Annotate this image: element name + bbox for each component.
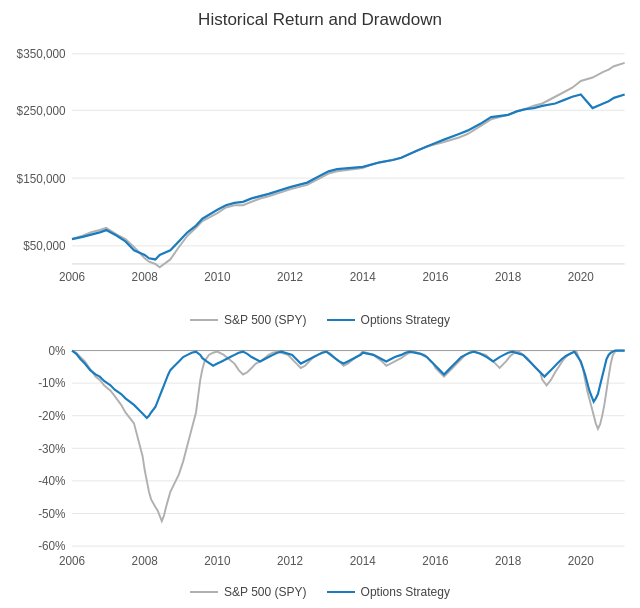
spy-legend-label-bottom: S&P 500 (SPY): [224, 585, 307, 599]
svg-text:2016: 2016: [422, 554, 449, 568]
svg-text:$150,000: $150,000: [17, 171, 66, 185]
svg-text:2006: 2006: [59, 270, 85, 284]
opt-legend-label-bottom: Options Strategy: [361, 585, 450, 599]
svg-text:2014: 2014: [350, 270, 376, 284]
svg-text:-10%: -10%: [38, 377, 66, 391]
opt-legend-item-bottom: Options Strategy: [327, 585, 450, 599]
svg-text:-20%: -20%: [38, 409, 66, 423]
chart-container: Historical Return and Drawdown $350,000 …: [0, 0, 640, 608]
opt-legend-line: [327, 319, 355, 321]
spy-legend-item: S&P 500 (SPY): [190, 313, 307, 327]
spy-legend-line-bottom: [190, 591, 218, 593]
bottom-chart-svg: 0% -10% -20% -30% -40% -50% -60% 2006: [10, 331, 630, 581]
top-legend: S&P 500 (SPY) Options Strategy: [10, 309, 630, 331]
svg-text:-50%: -50%: [38, 507, 66, 521]
top-chart: $350,000 $250,000 $150,000 $50,000 2006 …: [10, 38, 630, 309]
svg-text:2012: 2012: [277, 554, 303, 568]
svg-text:2018: 2018: [495, 554, 522, 568]
svg-text:$250,000: $250,000: [17, 104, 66, 118]
chart-title: Historical Return and Drawdown: [198, 10, 442, 30]
svg-text:2010: 2010: [204, 554, 231, 568]
bottom-chart: 0% -10% -20% -30% -40% -50% -60% 2006: [10, 331, 630, 581]
spy-legend-label: S&P 500 (SPY): [224, 313, 307, 327]
svg-text:2012: 2012: [277, 270, 303, 284]
top-chart-svg: $350,000 $250,000 $150,000 $50,000 2006 …: [10, 38, 630, 309]
svg-text:$50,000: $50,000: [23, 239, 66, 253]
opt-legend-item: Options Strategy: [327, 313, 450, 327]
svg-text:2008: 2008: [132, 270, 158, 284]
chart-area: $350,000 $250,000 $150,000 $50,000 2006 …: [10, 38, 630, 603]
opt-legend-label: Options Strategy: [361, 313, 450, 327]
opt-legend-line-bottom: [327, 591, 355, 593]
svg-text:2020: 2020: [568, 554, 595, 568]
spy-legend-line: [190, 319, 218, 321]
svg-text:2010: 2010: [204, 270, 230, 284]
svg-text:-60%: -60%: [38, 539, 66, 553]
svg-text:$350,000: $350,000: [17, 47, 66, 61]
bottom-legend: S&P 500 (SPY) Options Strategy: [10, 581, 630, 603]
svg-text:2016: 2016: [422, 270, 448, 284]
svg-text:2020: 2020: [568, 270, 594, 284]
spy-legend-item-bottom: S&P 500 (SPY): [190, 585, 307, 599]
svg-text:-30%: -30%: [38, 442, 66, 456]
svg-text:2008: 2008: [132, 554, 159, 568]
svg-text:0%: 0%: [49, 344, 66, 358]
svg-text:2006: 2006: [59, 554, 86, 568]
svg-text:-40%: -40%: [38, 474, 66, 488]
svg-text:2018: 2018: [495, 270, 521, 284]
svg-text:2014: 2014: [350, 554, 377, 568]
